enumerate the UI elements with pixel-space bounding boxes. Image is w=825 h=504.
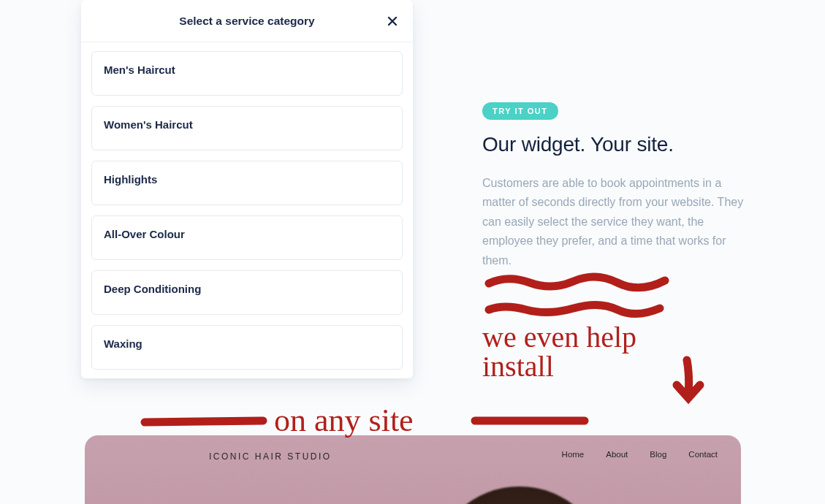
category-item-highlights[interactable]: Highlights — [91, 161, 403, 205]
category-item-mens-haircut[interactable]: Men's Haircut — [91, 51, 403, 96]
headline: Our widget. Your site. — [482, 133, 753, 156]
category-item-womens-haircut[interactable]: Women's Haircut — [91, 106, 403, 150]
svg-text:on any site: on any site — [274, 402, 414, 438]
body-paragraph: Customers are able to book appointments … — [482, 174, 753, 270]
annotation-scribble-2 — [486, 299, 669, 321]
marketing-copy: TRY IT OUT Our widget. Your site. Custom… — [482, 102, 753, 270]
nav-home[interactable]: Home — [562, 450, 585, 459]
category-item-waxing[interactable]: Waxing — [91, 325, 403, 370]
widget-title: Select a service category — [179, 15, 314, 28]
annotation-scribble-1 — [486, 270, 676, 295]
service-category-widget: Select a service category Men's Haircut … — [81, 0, 413, 378]
site-nav: Home About Blog Contact — [562, 450, 718, 459]
category-list: Men's Haircut Women's Haircut Highlights… — [81, 42, 413, 370]
site-preview: ICONIC HAIR STUDIO Home About Blog Conta… — [85, 435, 741, 504]
svg-text:install: install — [482, 350, 554, 383]
annotation-help-install: we even help install — [482, 318, 760, 416]
category-item-all-over-colour[interactable]: All-Over Colour — [91, 215, 403, 260]
close-icon[interactable] — [382, 11, 403, 31]
nav-about[interactable]: About — [606, 450, 628, 459]
hero-image-placeholder — [436, 486, 604, 504]
nav-blog[interactable]: Blog — [650, 450, 666, 459]
site-brand: ICONIC HAIR STUDIO — [209, 451, 332, 462]
category-item-deep-conditioning[interactable]: Deep Conditioning — [91, 270, 403, 315]
widget-header: Select a service category — [81, 0, 413, 42]
svg-text:we even help: we even help — [482, 321, 636, 354]
try-it-out-badge: TRY IT OUT — [482, 102, 558, 120]
nav-contact[interactable]: Contact — [688, 450, 718, 459]
